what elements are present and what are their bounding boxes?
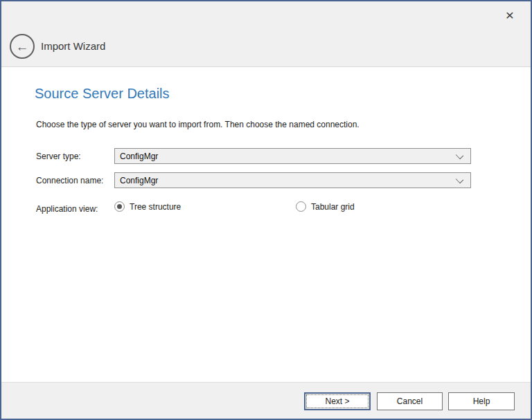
cancel-button[interactable]: Cancel (377, 392, 443, 410)
radio-button-icon (114, 201, 125, 212)
application-view-label: Application view: (36, 204, 98, 214)
next-button[interactable]: Next > (304, 392, 371, 410)
close-icon[interactable]: × (500, 6, 520, 25)
connection-name-label: Connection name: (36, 176, 103, 185)
back-arrow-icon: ← (16, 40, 29, 53)
import-wizard-dialog: × ← Import Wizard Source Server Details … (0, 0, 532, 420)
radio-tabular-grid[interactable]: Tabular grid (296, 201, 355, 212)
connection-name-dropdown[interactable]: ConfigMgr (114, 172, 471, 188)
radio-tree-structure[interactable]: Tree structure (114, 201, 181, 212)
wizard-title: Import Wizard (41, 40, 105, 52)
server-type-label: Server type: (36, 152, 81, 161)
page-description: Choose the type of server you want to im… (36, 120, 360, 129)
chevron-down-icon (456, 152, 463, 159)
radio-button-icon (296, 201, 306, 212)
help-button[interactable]: Help (448, 392, 515, 410)
connection-name-value: ConfigMgr (120, 176, 158, 185)
radio-tree-structure-label: Tree structure (130, 202, 181, 212)
wizard-header: × ← Import Wizard (1, 1, 531, 67)
chevron-down-icon (456, 176, 463, 183)
page-title: Source Server Details (35, 86, 170, 102)
server-type-value: ConfigMgr (120, 152, 158, 161)
radio-tabular-grid-label: Tabular grid (311, 202, 355, 212)
back-button[interactable]: ← (10, 34, 35, 59)
server-type-dropdown[interactable]: ConfigMgr (114, 148, 471, 164)
